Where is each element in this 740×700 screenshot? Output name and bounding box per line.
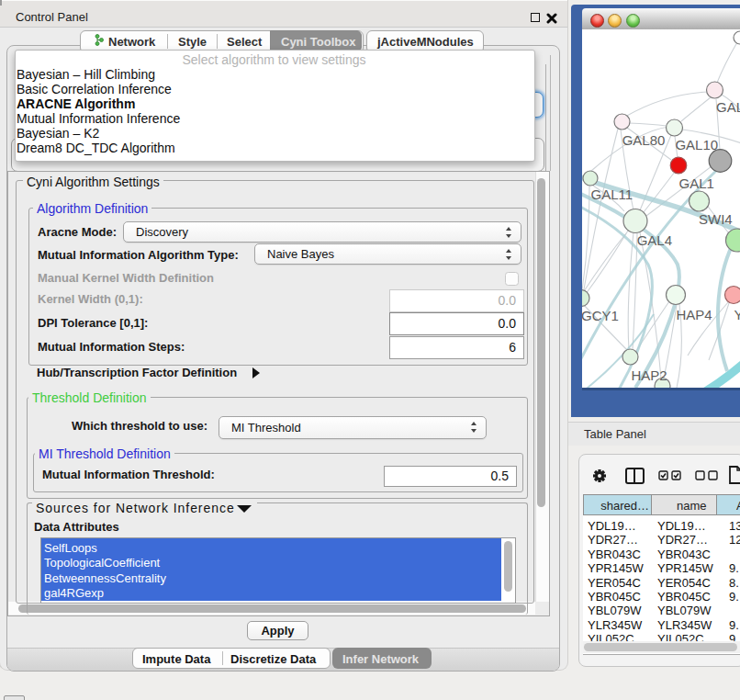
svg-text:HAP2: HAP2 [631, 367, 667, 383]
svg-text:SWI4: SWI4 [699, 211, 733, 227]
svg-text:Y: Y [734, 307, 740, 322]
svg-text:GAL: GAL [716, 99, 740, 115]
svg-text:HAP4: HAP4 [676, 307, 712, 322]
svg-text:GCY1: GCY1 [582, 308, 619, 323]
svg-text:GAL80: GAL80 [622, 132, 666, 148]
svg-text:GAL10: GAL10 [675, 137, 718, 152]
svg-text:GAL11: GAL11 [591, 186, 633, 202]
svg-text:GAL1: GAL1 [679, 175, 714, 191]
svg-text:GAL4: GAL4 [637, 232, 672, 248]
